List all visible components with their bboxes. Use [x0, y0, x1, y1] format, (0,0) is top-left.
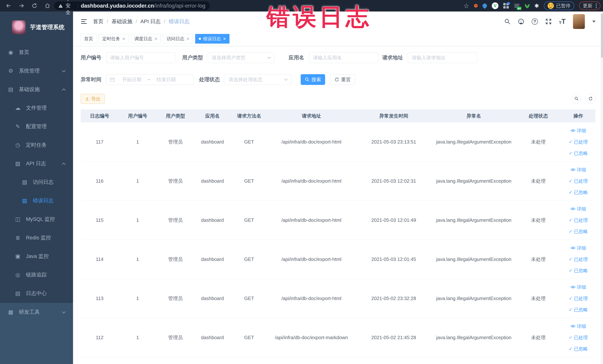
sidebar-item[interactable]: ◫ MySQL 监控	[0, 210, 73, 228]
breadcrumb-item[interactable]: 基础设施 /	[112, 18, 137, 25]
close-icon[interactable]: ×	[154, 36, 157, 41]
mark-ignored-link[interactable]: ✓ 已忽略	[569, 346, 588, 352]
sidebar-item[interactable]: ▤ 基础设施	[0, 80, 73, 99]
refresh-table-icon[interactable]	[586, 94, 595, 104]
breadcrumb-label[interactable]: API 日志	[140, 18, 161, 25]
view-tab[interactable]: 定时任务 ×	[99, 34, 129, 44]
paused-extension-pill[interactable]: 已暂停	[544, 1, 574, 10]
puzzle-icon[interactable]: ✱	[534, 3, 539, 9]
sidebar-item[interactable]: ☁ 文件管理	[0, 99, 73, 117]
export-button[interactable]: 导出	[81, 94, 105, 104]
breadcrumb-item[interactable]: 首页 /	[93, 18, 108, 25]
mark-ignored-link[interactable]: ✓ 已忽略	[569, 268, 588, 274]
mark-processed-link[interactable]: ✓ 已处理	[569, 178, 588, 184]
hamburger-icon[interactable]	[81, 19, 88, 24]
vue-devtools-icon[interactable]: V	[492, 2, 499, 9]
mark-processed-link[interactable]: ✓ 已处理	[569, 335, 588, 341]
sidebar-bottom-section: ▩ 研发工具	[0, 303, 73, 364]
proxy-drop-icon[interactable]	[483, 3, 487, 8]
view-tab[interactable]: 首页 ×	[81, 34, 97, 44]
date-start-placeholder[interactable]: 开始日期	[118, 76, 146, 83]
sidebar-item[interactable]: ≣ Redis 监控	[0, 228, 73, 247]
date-end-placeholder[interactable]: 结束日期	[152, 76, 180, 83]
table-row: 112 1 管理员 dashboard GET /api/infra/db-do…	[81, 318, 595, 357]
user-avatar[interactable]	[573, 14, 585, 29]
mark-ignored-link[interactable]: ✓ 已忽略	[569, 228, 588, 235]
sidebar-item-label: API 日志	[26, 160, 46, 167]
switch-on-icon[interactable]: on	[514, 3, 520, 9]
request-url-input[interactable]	[408, 52, 477, 63]
user-type-select[interactable]: 请选择用户类型	[208, 52, 275, 63]
font-size-icon[interactable]: TT	[559, 18, 566, 25]
user-id-input[interactable]	[106, 52, 175, 63]
sidebar-item[interactable]: ▤ 日志中心	[0, 284, 73, 303]
mark-processed-link[interactable]: ✓ 已处理	[569, 139, 588, 145]
close-icon[interactable]: ×	[223, 36, 226, 41]
sidebar-item[interactable]: ▧ API 日志	[0, 154, 73, 173]
sidebar-logo-row: 芋道管理系统	[0, 12, 73, 43]
home-icon[interactable]	[44, 2, 51, 10]
sidebar-item[interactable]: ▨ 访问日志	[0, 173, 73, 191]
cell-exception-time: 2021-05-03 12:02:31	[355, 178, 432, 184]
sidebar-item[interactable]: ◷ 定时任务	[0, 136, 73, 154]
detail-link[interactable]: 详细	[570, 206, 586, 212]
breadcrumb-label[interactable]: 首页	[93, 18, 104, 25]
address-bar[interactable]: ! 不安全 dashboard.yudao.iocoder.cn/infra/l…	[54, 1, 210, 10]
detail-link[interactable]: 详细	[570, 245, 586, 251]
sidebar-item[interactable]: ◎ 链路追踪	[0, 266, 73, 284]
table-row: 113 1 管理员 dashboard GET /api/infra/db-do…	[81, 279, 595, 318]
adblocker-icon[interactable]	[474, 4, 478, 8]
view-tab[interactable]: 错误日志 ×	[195, 34, 230, 44]
sidebar-item-dev-tools[interactable]: ▩ 研发工具	[0, 303, 73, 321]
config-manage-icon: ✎	[14, 123, 21, 130]
download-icon	[85, 97, 89, 101]
sidebar-item[interactable]: ◉ 首页	[0, 43, 73, 61]
mark-processed-link[interactable]: ✓ 已处理	[569, 217, 588, 223]
search-button[interactable]: 搜索	[301, 74, 325, 85]
sprout-icon[interactable]	[525, 3, 530, 8]
avatar-caret-icon[interactable]	[592, 21, 596, 23]
date-range-picker[interactable]: 开始日期 ~ 结束日期	[106, 74, 194, 85]
mark-processed-link[interactable]: ✓ 已处理	[569, 295, 588, 302]
close-icon[interactable]: ×	[122, 36, 125, 41]
page-url[interactable]: dashboard.yudao.iocoder.cn/infra/log/api…	[81, 3, 205, 9]
help-icon[interactable]: ?	[532, 18, 538, 25]
forward-icon[interactable]	[18, 2, 25, 10]
reload-icon[interactable]	[31, 2, 38, 10]
breadcrumb-label[interactable]: 基础设施	[112, 18, 132, 25]
fullscreen-icon[interactable]	[545, 18, 552, 25]
sidebar-item[interactable]: ▣ Java 监控	[0, 247, 73, 266]
detail-link[interactable]: 详细	[570, 167, 586, 173]
back-icon[interactable]	[5, 2, 12, 10]
status-select[interactable]: 请选择处理状态	[225, 74, 291, 85]
detail-link[interactable]: 详细	[570, 323, 586, 329]
mark-processed-link[interactable]: ✓ 已处理	[569, 256, 588, 262]
breadcrumb-label[interactable]: 错误日志	[169, 18, 189, 25]
sidebar-item[interactable]: ✎ 配置管理	[0, 117, 73, 136]
cell-status: 未处理	[515, 139, 561, 145]
detail-link[interactable]: 详细	[570, 284, 586, 290]
app-name-input[interactable]	[309, 52, 378, 63]
breadcrumb-item[interactable]: 错误日志 /	[169, 18, 189, 25]
view-tab[interactable]: 调度日志 ×	[131, 34, 161, 44]
extensions-grid-icon[interactable]	[503, 3, 509, 9]
browser-update-button[interactable]: 更新	[579, 1, 600, 10]
detail-link[interactable]: 详细	[570, 128, 586, 134]
breadcrumb-item[interactable]: API 日志 /	[140, 18, 165, 25]
scrollbar-thumb[interactable]	[601, 13, 603, 58]
sidebar-item[interactable]: ▨ 错误日志	[0, 191, 73, 210]
browser-menu-icon[interactable]	[596, 3, 597, 8]
mark-ignored-link[interactable]: ✓ 已忽略	[569, 150, 588, 156]
github-icon[interactable]	[518, 18, 524, 25]
table-body: 117 1 管理员 dashboard GET /api/infra/db-do…	[81, 122, 595, 357]
bookmark-star-icon[interactable]: ☆	[464, 2, 469, 10]
mark-ignored-link[interactable]: ✓ 已忽略	[569, 189, 588, 195]
close-icon[interactable]: ×	[186, 36, 189, 41]
view-tab[interactable]: 访问日志 ×	[163, 34, 193, 44]
sidebar-item[interactable]: ⚙ 系统管理	[0, 61, 73, 80]
reset-button[interactable]: 重置	[330, 74, 355, 85]
toggle-search-icon[interactable]	[572, 94, 581, 104]
search-icon[interactable]	[504, 18, 510, 25]
cell-user-id: 1	[119, 295, 157, 301]
mark-ignored-link[interactable]: ✓ 已忽略	[569, 307, 588, 313]
